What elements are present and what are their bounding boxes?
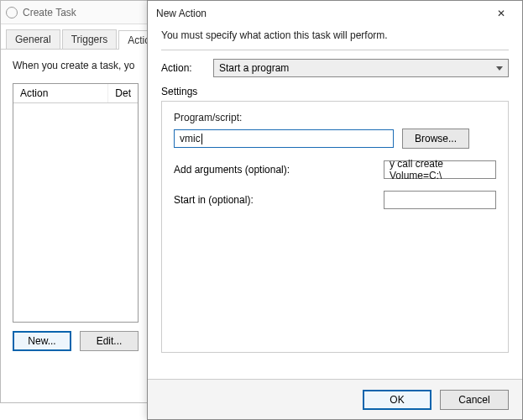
browse-button[interactable]: Browse... (402, 129, 469, 149)
tab-general[interactable]: General (6, 29, 60, 49)
arguments-row: Add arguments (optional): y call create … (174, 160, 496, 179)
arguments-input[interactable]: y call create Volume=C:\ (384, 160, 496, 179)
new-action-title: New Action (156, 8, 207, 19)
program-script-value: vmic (180, 133, 201, 144)
action-dropdown[interactable]: Start a program (213, 59, 509, 77)
new-action-dialog: New Action ✕ You must specify what actio… (147, 0, 523, 420)
dialog-footer: OK Cancel (148, 379, 522, 419)
divider (161, 50, 509, 50)
chevron-down-icon (496, 66, 503, 71)
arguments-value: y call create Volume=C:\ (390, 158, 490, 181)
arguments-label: Add arguments (optional): (174, 164, 290, 176)
action-label: Action: (161, 62, 205, 74)
action-dropdown-value: Start a program (219, 62, 289, 74)
actions-list[interactable]: Action Det (13, 83, 139, 323)
program-script-input[interactable]: vmic (174, 129, 394, 148)
clock-icon (6, 7, 18, 18)
new-action-button[interactable]: New... (13, 331, 71, 351)
settings-label: Settings (161, 86, 509, 97)
create-task-title: Create Task (23, 7, 76, 18)
startin-row: Start in (optional): (174, 191, 496, 209)
cancel-button[interactable]: Cancel (440, 390, 509, 410)
new-action-titlebar: New Action ✕ (148, 1, 522, 26)
close-icon: ✕ (497, 8, 505, 19)
action-row: Action: Start a program (161, 59, 509, 77)
actions-list-header: Action Det (13, 84, 138, 103)
col-action: Action (13, 84, 108, 102)
instruction-text: You must specify what action this task w… (161, 29, 509, 41)
startin-label: Start in (optional): (174, 194, 254, 206)
new-action-body: You must specify what action this task w… (148, 26, 522, 379)
startin-input[interactable] (384, 191, 496, 209)
text-cursor (201, 134, 202, 144)
col-details: Det (108, 84, 138, 102)
program-row: vmic Browse... (174, 129, 496, 149)
program-label: Program/script: (174, 112, 496, 123)
ok-button[interactable]: OK (363, 390, 431, 410)
edit-action-button[interactable]: Edit... (80, 331, 139, 351)
tab-triggers[interactable]: Triggers (62, 29, 118, 49)
close-button[interactable]: ✕ (489, 3, 514, 24)
settings-group: Program/script: vmic Browse... Add argum… (161, 101, 509, 353)
